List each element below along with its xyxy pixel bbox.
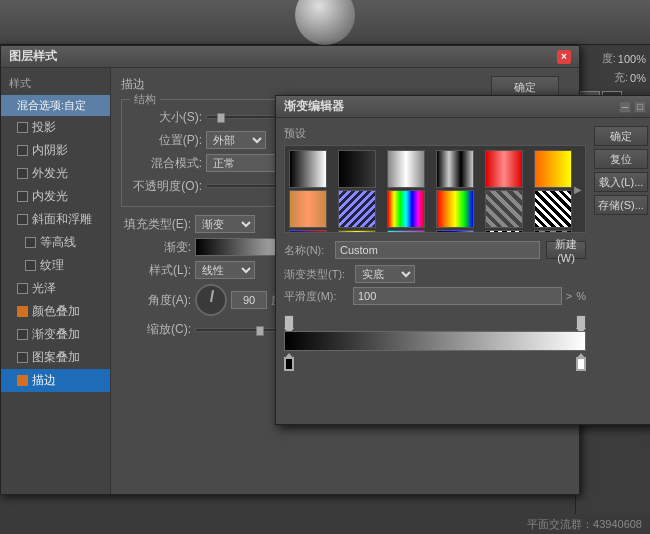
scale-label: 缩放(C): (121, 321, 191, 338)
preset-black-stripes[interactable] (534, 230, 572, 233)
preset-stripes[interactable] (485, 190, 523, 228)
ge-smooth-input[interactable] (353, 287, 562, 305)
style-select[interactable]: 线性 (195, 261, 255, 279)
ge-name-input[interactable] (335, 241, 540, 259)
size-label: 大小(S): (132, 109, 202, 126)
ge-opacity-stops (284, 313, 586, 329)
preset-blue[interactable] (436, 230, 474, 233)
ge-type-label: 渐变类型(T): (284, 267, 349, 282)
shadow-checkbox[interactable] (17, 122, 28, 133)
contour-label: 等高线 (40, 234, 76, 251)
angle-dial[interactable] (195, 284, 227, 316)
ge-smooth-percent: % (576, 290, 586, 302)
preset-blue-red[interactable] (289, 230, 327, 233)
gradient-overlay-checkbox[interactable] (17, 329, 28, 340)
preset-stripes2[interactable] (534, 190, 572, 228)
ge-color-stops (284, 355, 586, 371)
ge-load-button[interactable]: 载入(L)... (594, 172, 648, 192)
sidebar-item-shadow[interactable]: 投影 (1, 116, 110, 139)
blending-label: 混合选项:自定 (17, 98, 86, 113)
ge-gradient-preview[interactable] (284, 331, 586, 351)
sidebar-item-blending[interactable]: 混合选项:自定 (1, 95, 110, 116)
ge-main: 预设 (276, 118, 594, 424)
stroke-checkbox[interactable] (17, 375, 28, 386)
ge-minimize-button[interactable]: ─ (619, 101, 631, 113)
pattern-overlay-label: 图案叠加 (32, 349, 80, 366)
preset-copper[interactable] (289, 190, 327, 228)
preset-cyan[interactable] (387, 230, 425, 233)
color-overlay-label: 颜色叠加 (32, 303, 80, 320)
preset-violet[interactable] (338, 190, 376, 228)
sidebar-item-texture[interactable]: 纹理 (1, 254, 110, 277)
sidebar-item-inner-glow[interactable]: 内发光 (1, 185, 110, 208)
opacity-label: 不透明度(O): (132, 178, 202, 195)
scale-thumb[interactable] (256, 326, 264, 336)
ge-window-buttons: ─ □ (619, 101, 646, 113)
sidebar-item-contour[interactable]: 等高线 (1, 231, 110, 254)
style-label: 样式(L): (121, 262, 191, 279)
color-stop-right[interactable] (576, 357, 586, 371)
sidebar-item-color-overlay[interactable]: 颜色叠加 (1, 300, 110, 323)
preset-yellow[interactable] (338, 230, 376, 233)
opacity-stop-left[interactable] (284, 315, 294, 329)
community-bar: 平面交流群：43940608 (450, 514, 650, 534)
close-button[interactable]: × (557, 50, 571, 64)
sidebar-item-sheen[interactable]: 光泽 (1, 277, 110, 300)
preset-red[interactable] (485, 150, 523, 188)
inner-glow-label: 内发光 (32, 188, 68, 205)
ge-title: 渐变编辑器 (284, 98, 344, 115)
sidebar-item-inner-shadow[interactable]: 内阴影 (1, 139, 110, 162)
ge-name-row: 名称(N): 新建(W) (284, 241, 586, 259)
fill-type-select[interactable]: 渐变 (195, 215, 255, 233)
sidebar-item-bevel[interactable]: 斜面和浮雕 (1, 208, 110, 231)
preset-orange[interactable] (534, 150, 572, 188)
opacity-label: 度: (602, 51, 616, 66)
preset-bw[interactable] (289, 150, 327, 188)
opacity-stop-right[interactable] (576, 315, 586, 329)
sidebar-item-outer-glow[interactable]: 外发光 (1, 162, 110, 185)
community-label: 平面交流群：43940608 (527, 517, 642, 532)
ge-new-button[interactable]: 新建(W) (546, 241, 586, 259)
ge-type-select[interactable]: 实底 (355, 265, 415, 283)
preset-stripes3[interactable] (485, 230, 523, 233)
size-thumb[interactable] (217, 113, 225, 123)
blend-mode-label: 混合模式: (132, 155, 202, 172)
sidebar-item-pattern-overlay[interactable]: 图案叠加 (1, 346, 110, 369)
outer-glow-checkbox[interactable] (17, 168, 28, 179)
preset-rainbow2[interactable] (436, 190, 474, 228)
ge-maximize-button[interactable]: □ (634, 101, 646, 113)
preset-chrome[interactable] (436, 150, 474, 188)
dialog-titlebar: 图层样式 × (1, 46, 579, 68)
pattern-overlay-checkbox[interactable] (17, 352, 28, 363)
color-overlay-checkbox[interactable] (17, 306, 28, 317)
sheen-checkbox[interactable] (17, 283, 28, 294)
preset-scroll-arrow[interactable]: ▶ (574, 184, 582, 195)
angle-label: 角度(A): (121, 292, 191, 309)
preset-silver[interactable] (387, 150, 425, 188)
gradient-overlay-label: 渐变叠加 (32, 326, 80, 343)
sidebar-item-gradient-overlay[interactable]: 渐变叠加 (1, 323, 110, 346)
inner-shadow-checkbox[interactable] (17, 145, 28, 156)
ge-name-label: 名称(N): (284, 243, 329, 258)
texture-checkbox[interactable] (25, 260, 36, 271)
sidebar-item-stroke[interactable]: 描边 (1, 369, 110, 392)
ge-ok-button[interactable]: 确定 (594, 126, 648, 146)
color-stop-left[interactable] (284, 357, 294, 371)
ge-type-row: 渐变类型(T): 实底 (284, 265, 586, 283)
presets-wrapper: ▶ (284, 145, 586, 233)
inner-glow-checkbox[interactable] (17, 191, 28, 202)
ge-gradient-area (284, 313, 586, 371)
ge-save-button[interactable]: 存储(S)... (594, 195, 648, 215)
fill-type-label: 填充类型(E): (121, 216, 191, 233)
ge-reset-button[interactable]: 复位 (594, 149, 648, 169)
ge-smooth-row: 平滑度(M): > % (284, 287, 586, 305)
bevel-checkbox[interactable] (17, 214, 28, 225)
fill-label: 充: (614, 70, 628, 85)
position-select[interactable]: 外部 (206, 131, 266, 149)
opacity-value: 100% (618, 53, 646, 65)
angle-input[interactable] (231, 291, 267, 309)
fill-value: 0% (630, 72, 646, 84)
contour-checkbox[interactable] (25, 237, 36, 248)
preset-rainbow[interactable] (387, 190, 425, 228)
preset-bt[interactable] (338, 150, 376, 188)
